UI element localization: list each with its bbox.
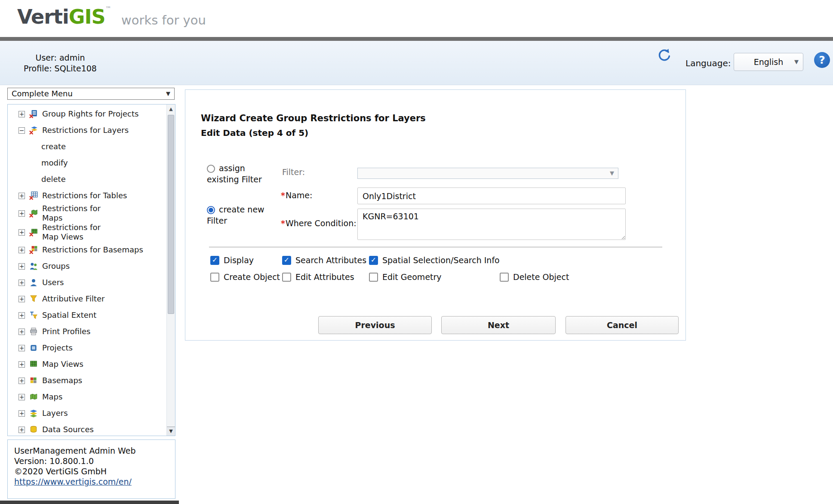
expand-icon[interactable]: + (18, 263, 25, 270)
tree-item-users[interactable]: +Users (8, 274, 166, 291)
expand-icon[interactable]: + (18, 410, 25, 417)
tree-item-modify[interactable]: modify (8, 155, 166, 171)
checkbox-checked-icon[interactable] (282, 256, 291, 265)
header-divider-bar (0, 37, 833, 41)
checkbox-search-attributes[interactable]: Search Attributes (282, 255, 366, 265)
tree-item-maps[interactable]: +Maps (8, 389, 166, 405)
menu-mode-select[interactable]: Complete Menu ▼ (7, 88, 175, 100)
trademark-symbol: ™ (105, 5, 111, 12)
language-select[interactable]: English ▼ (734, 53, 803, 71)
checkbox-unchecked-icon[interactable] (369, 273, 378, 282)
expand-icon[interactable]: + (18, 280, 25, 286)
filter-label: Filter: (282, 167, 305, 177)
expand-icon[interactable]: + (18, 312, 25, 319)
vertigis-link[interactable]: https://www.vertigis.com/en/ (14, 477, 132, 486)
tree-item-label: Restrictions for Basemaps (42, 245, 143, 255)
tree-item-data-sources[interactable]: +Data Sources (8, 421, 166, 436)
tree-item-restrictions-for-basemaps[interactable]: +Restrictions for Basemaps (8, 242, 166, 258)
tree-item-label: Restrictions for Tables (42, 191, 127, 200)
expand-icon[interactable]: + (18, 394, 25, 400)
wizard-panel: Wizard Create Group Restrictions for Lay… (185, 89, 686, 341)
tree-item-basemaps[interactable]: +Basemaps (8, 372, 166, 389)
restrictions-map-views-icon (29, 228, 39, 237)
language-select-value: English (754, 57, 784, 67)
name-input[interactable] (357, 187, 626, 204)
radio-create-new-filter[interactable]: create new Filter (207, 204, 279, 226)
expand-icon[interactable]: + (18, 345, 25, 351)
checkbox-unchecked-icon[interactable] (210, 273, 219, 282)
scrollbar-thumb[interactable] (168, 115, 174, 314)
tree-item-spatial-extent[interactable]: +Spatial Extent (8, 307, 166, 323)
checkbox-checked-icon[interactable] (210, 256, 219, 265)
tree-item-restrictions-for-maps[interactable]: +Restrictions for Maps (8, 204, 166, 223)
tree-item-restrictions-for-layers[interactable]: −Restrictions for Layers (8, 122, 166, 138)
cancel-button[interactable]: Cancel (566, 316, 679, 334)
layers-icon (29, 409, 39, 418)
groups-icon (29, 262, 39, 270)
tree-item-layers[interactable]: +Layers (8, 405, 166, 421)
checkbox-label: Display (224, 255, 254, 265)
checkbox-delete-object[interactable]: Delete Object (500, 272, 569, 282)
checkbox-edit-geometry[interactable]: Edit Geometry (369, 272, 442, 282)
vertigis-logo: VertiGIS™ (17, 5, 111, 28)
expand-icon[interactable]: + (18, 361, 25, 368)
toolbar: User: admin Profile: SQLite108 Language:… (0, 41, 833, 85)
expand-icon[interactable]: + (18, 296, 25, 302)
tree-scrollbar[interactable]: ▲ ▼ (166, 104, 175, 436)
checkbox-checked-icon[interactable] (369, 256, 378, 265)
restrictions-basemaps-icon (29, 246, 39, 254)
checkbox-display[interactable]: Display (210, 255, 254, 265)
tree-item-group-rights-for-projects[interactable]: +Group Rights for Projects (8, 106, 166, 122)
checkbox-label: Edit Geometry (382, 272, 442, 282)
tree-item-label: Spatial Extent (42, 310, 96, 320)
next-button[interactable]: Next (441, 316, 556, 334)
restrictions-layers-icon (29, 126, 39, 135)
tree-item-restrictions-for-map-views[interactable]: +Restrictions for Map Views (8, 223, 166, 242)
radio-assign-existing-filter[interactable]: assign existing Filter (207, 163, 279, 185)
tree-item-restrictions-for-tables[interactable]: +Restrictions for Tables (8, 187, 166, 204)
expand-icon[interactable]: + (18, 111, 25, 117)
navigation-tree: +Group Rights for Projects−Restrictions … (7, 104, 175, 436)
logo-text-verti: Verti (17, 5, 69, 28)
tree-item-label: Users (42, 278, 64, 287)
checkbox-unchecked-icon[interactable] (282, 273, 291, 282)
required-marker: * (281, 218, 285, 228)
tree-item-label: Group Rights for Projects (42, 109, 138, 119)
expand-icon[interactable]: + (18, 229, 25, 236)
tree-item-create[interactable]: create (8, 138, 166, 155)
tree-item-delete[interactable]: delete (8, 171, 166, 187)
expand-icon[interactable]: + (18, 193, 25, 199)
checkbox-spatial-selection-search-info[interactable]: Spatial Selection/Search Info (369, 255, 500, 265)
radio-icon[interactable] (207, 165, 215, 173)
refresh-icon[interactable] (657, 48, 672, 63)
tree-item-print-profiles[interactable]: +Print Profiles (8, 323, 166, 340)
tree-item-label: Projects (42, 343, 73, 353)
spatial-extent-icon (29, 311, 39, 320)
filter-select[interactable]: ▼ (357, 168, 618, 179)
permissions-row-2: Create ObjectEdit AttributesEdit Geometr… (185, 272, 685, 285)
checkbox-unchecked-icon[interactable] (500, 273, 509, 282)
scroll-up-icon[interactable]: ▲ (167, 106, 175, 112)
expand-icon[interactable]: + (18, 427, 25, 433)
tree-item-map-views[interactable]: +Map Views (8, 356, 166, 372)
attributive-filter-icon (29, 295, 39, 303)
expand-icon[interactable]: + (18, 210, 25, 217)
collapse-icon[interactable]: − (18, 127, 25, 134)
print-profiles-icon (29, 327, 39, 336)
checkbox-create-object[interactable]: Create Object (210, 272, 280, 282)
expand-icon[interactable]: + (18, 378, 25, 384)
name-label: *Name: (281, 191, 312, 200)
checkbox-edit-attributes[interactable]: Edit Attributes (282, 272, 354, 282)
tree-item-label: Attributive Filter (42, 294, 105, 304)
radio-selected-icon[interactable] (207, 206, 215, 214)
where-condition-textarea[interactable]: KGNR=63101 (357, 209, 626, 240)
tree-item-label: Print Profiles (42, 327, 90, 336)
previous-button[interactable]: Previous (318, 316, 432, 334)
expand-icon[interactable]: + (18, 329, 25, 335)
tree-item-projects[interactable]: +Projects (8, 340, 166, 356)
tree-item-groups[interactable]: +Groups (8, 258, 166, 274)
help-icon[interactable]: ? (814, 52, 830, 68)
tree-item-attributive-filter[interactable]: +Attributive Filter (8, 291, 166, 307)
expand-icon[interactable]: + (18, 247, 25, 253)
scroll-down-icon[interactable]: ▼ (167, 427, 175, 436)
